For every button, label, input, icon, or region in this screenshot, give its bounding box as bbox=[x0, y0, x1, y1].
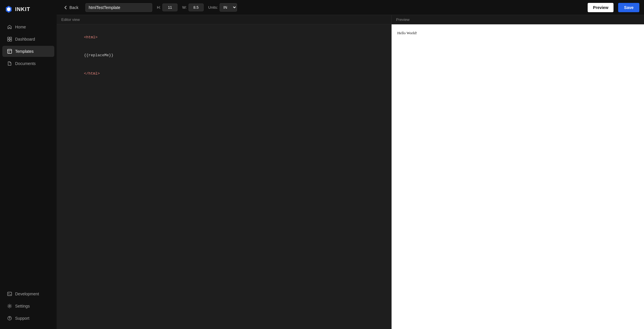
svg-rect-7 bbox=[8, 292, 12, 296]
back-label: Back bbox=[69, 5, 78, 10]
sidebar-item-settings[interactable]: Settings bbox=[2, 301, 54, 312]
svg-rect-2 bbox=[8, 39, 9, 41]
sidebar: INKIT Home Dashboard Templates bbox=[0, 0, 57, 329]
units-group: Units: IN CM MM PX bbox=[208, 3, 237, 12]
sidebar-item-dashboard[interactable]: Dashboard bbox=[2, 34, 54, 45]
height-group: H: bbox=[157, 3, 177, 11]
code-line-3: </html> bbox=[61, 65, 387, 83]
development-icon bbox=[7, 291, 12, 297]
units-select[interactable]: IN CM MM PX bbox=[220, 3, 237, 12]
svg-rect-1 bbox=[10, 37, 12, 39]
sidebar-item-home[interactable]: Home bbox=[2, 21, 54, 32]
dashboard-icon bbox=[7, 37, 12, 42]
code-editor[interactable]: <html> {{replaceMe}} </html> bbox=[57, 24, 391, 329]
main-content: Back H: W: Units: IN CM MM PX Preview Sa… bbox=[57, 0, 644, 329]
preview-content: Hello World! bbox=[392, 24, 644, 329]
preview-section-header: Preview bbox=[392, 15, 644, 24]
svg-point-11 bbox=[9, 319, 10, 319]
sidebar-item-development-label: Development bbox=[15, 292, 39, 296]
width-input[interactable] bbox=[189, 3, 204, 11]
code-panel: Editor view <html> {{replaceMe}} </html> bbox=[57, 15, 392, 329]
template-name-input[interactable] bbox=[85, 3, 152, 12]
sidebar-item-templates-label: Templates bbox=[15, 49, 34, 54]
save-button-label: Save bbox=[624, 5, 634, 10]
svg-rect-3 bbox=[10, 39, 12, 41]
sidebar-item-documents[interactable]: Documents bbox=[2, 58, 54, 69]
code-line-1: <html> bbox=[61, 28, 387, 46]
height-input[interactable] bbox=[162, 3, 177, 11]
editor-section-label: Editor view bbox=[61, 17, 80, 22]
preview-hello-text: Hello World! bbox=[397, 31, 417, 35]
sidebar-item-documents-label: Documents bbox=[15, 61, 36, 66]
topbar: Back H: W: Units: IN CM MM PX Preview Sa… bbox=[57, 0, 644, 15]
documents-icon bbox=[7, 61, 12, 66]
save-button[interactable]: Save bbox=[618, 3, 639, 12]
preview-panel: Preview Hello World! bbox=[392, 15, 644, 329]
sidebar-logo: INKIT bbox=[0, 0, 57, 19]
width-group: W: bbox=[182, 3, 204, 11]
sidebar-item-settings-label: Settings bbox=[15, 304, 30, 308]
templates-icon bbox=[7, 49, 12, 54]
svg-rect-4 bbox=[8, 49, 12, 53]
nav-section-main: Home Dashboard Templates Documents bbox=[0, 19, 57, 285]
svg-point-9 bbox=[9, 306, 10, 307]
preview-button-label: Preview bbox=[593, 5, 608, 10]
sidebar-item-support[interactable]: Support bbox=[2, 313, 54, 324]
sidebar-item-home-label: Home bbox=[15, 25, 26, 29]
home-icon bbox=[7, 24, 12, 30]
editor-section-header: Editor view bbox=[57, 15, 391, 24]
width-label: W: bbox=[182, 5, 187, 10]
height-label: H: bbox=[157, 5, 161, 10]
units-label: Units: bbox=[208, 5, 218, 10]
svg-rect-0 bbox=[8, 37, 9, 39]
back-arrow-icon bbox=[64, 6, 68, 10]
sidebar-item-development[interactable]: Development bbox=[2, 288, 54, 299]
code-line-2: {{replaceMe}} bbox=[61, 46, 387, 64]
support-icon bbox=[7, 316, 12, 321]
sidebar-item-templates[interactable]: Templates bbox=[2, 46, 54, 57]
preview-section-label: Preview bbox=[396, 17, 410, 22]
preview-button[interactable]: Preview bbox=[588, 3, 613, 12]
inkit-logo-icon bbox=[5, 5, 13, 13]
sidebar-item-support-label: Support bbox=[15, 316, 29, 321]
sidebar-item-dashboard-label: Dashboard bbox=[15, 37, 35, 41]
nav-section-bottom: Development Settings Support bbox=[0, 285, 57, 329]
back-button[interactable]: Back bbox=[61, 4, 81, 11]
editor-area: Editor view <html> {{replaceMe}} </html>… bbox=[57, 15, 644, 329]
settings-icon bbox=[7, 303, 12, 309]
app-logo-text: INKIT bbox=[15, 6, 30, 12]
